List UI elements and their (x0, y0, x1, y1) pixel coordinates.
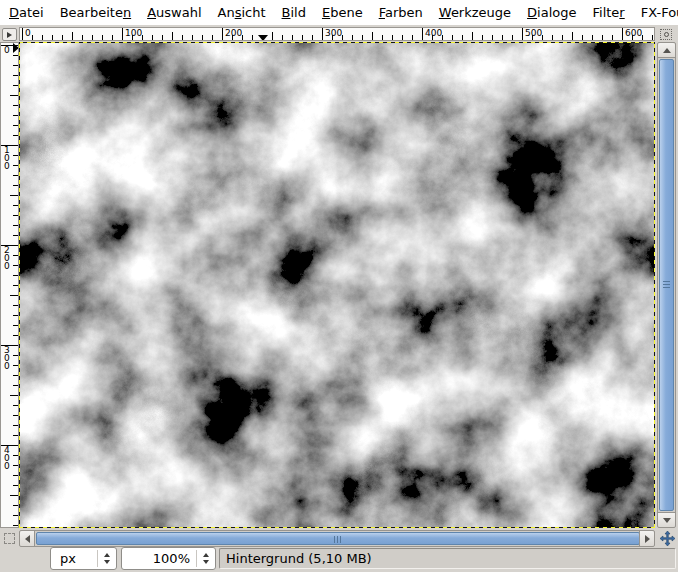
arrow-down-icon (663, 518, 671, 523)
hruler-label: 200 (225, 28, 242, 38)
zoom-spinbox[interactable]: 100% (121, 547, 216, 570)
status-text: Hintergrund (5,10 MB) (226, 551, 372, 566)
grip-icon (663, 281, 670, 289)
status-message-panel: Hintergrund (5,10 MB) (219, 548, 676, 569)
navigation-button[interactable] (659, 530, 676, 547)
layer-boundary-left (19, 42, 20, 528)
vruler-label: 3 0 0 (4, 346, 10, 370)
scroll-right-button[interactable] (639, 531, 654, 546)
spinner-icon[interactable] (98, 553, 116, 564)
canvas[interactable] (19, 42, 655, 528)
status-bar: px 100% Hintergrund (5,10 MB) (0, 547, 678, 572)
horizontal-scrollbar-thumb[interactable] (36, 532, 640, 545)
vertical-ruler[interactable]: 01 0 02 0 03 0 04 0 0 (0, 42, 19, 528)
menu-werkzeuge[interactable]: Werkzeuge (431, 2, 519, 23)
menu-datei[interactable]: Datei (1, 2, 52, 23)
arrow-left-icon (25, 535, 30, 543)
scroll-down-button[interactable] (658, 512, 675, 527)
menu-dialoge[interactable]: Dialoge (519, 2, 584, 23)
hruler-label: 0 (25, 28, 31, 38)
unit-combobox[interactable]: px (50, 547, 117, 570)
hruler-label: 400 (425, 28, 442, 38)
vertical-scrollbar-thumb[interactable] (659, 59, 674, 511)
hruler-label: 600 (625, 28, 642, 38)
menu-filter[interactable]: Filter (584, 2, 632, 23)
vruler-label: 0 (4, 46, 10, 54)
unit-value: px (51, 551, 97, 566)
menu-bar: DateiBearbeitenAuswahlAnsichtBildEbeneFa… (0, 0, 678, 25)
layer-boundary-bottom (19, 527, 655, 528)
layer-boundary-top (19, 42, 655, 43)
quickmask-toggle-button[interactable] (2, 531, 17, 546)
horizontal-scrollbar[interactable] (19, 530, 655, 547)
vruler-label: 4 0 0 (4, 446, 10, 470)
layer-boundary-right (654, 42, 655, 528)
menu-fx-foundry[interactable]: FX-Foundry (633, 2, 678, 23)
zoom-value: 100% (122, 551, 196, 566)
hruler-label: 100 (125, 28, 142, 38)
noise-image (19, 42, 655, 528)
menu-ansicht[interactable]: Ansicht (210, 2, 274, 23)
zoom-follow-window-button[interactable] (658, 28, 674, 41)
spinner-icon[interactable] (197, 553, 215, 564)
gimp-image-window: DateiBearbeitenAuswahlAnsichtBildEbeneFa… (0, 0, 678, 572)
triangle-right-icon (7, 32, 12, 38)
navigation-cross-icon (660, 531, 675, 546)
vruler-label: 1 0 0 (4, 146, 10, 170)
scroll-up-button[interactable] (658, 43, 675, 58)
menu-bild[interactable]: Bild (274, 2, 314, 23)
arrow-up-icon (663, 48, 671, 53)
menu-auswahl[interactable]: Auswahl (139, 2, 209, 23)
quickmask-icon (4, 533, 15, 544)
hruler-label: 300 (325, 28, 342, 38)
menu-ebene[interactable]: Ebene (314, 2, 371, 23)
hruler-position-marker (258, 35, 268, 41)
hruler-label: 500 (525, 28, 542, 38)
image-menu-button[interactable] (2, 28, 17, 41)
menu-bearbeiten[interactable]: Bearbeiten (52, 2, 139, 23)
arrow-right-icon (645, 535, 650, 543)
menu-farben[interactable]: Farben (371, 2, 431, 23)
vruler-label: 2 0 0 (4, 246, 10, 270)
grip-icon (334, 536, 342, 543)
scroll-left-button[interactable] (20, 531, 35, 546)
magnifier-icon (660, 29, 672, 40)
horizontal-ruler[interactable]: 0100200300400500600 (19, 27, 655, 41)
vertical-scrollbar[interactable] (657, 42, 676, 528)
